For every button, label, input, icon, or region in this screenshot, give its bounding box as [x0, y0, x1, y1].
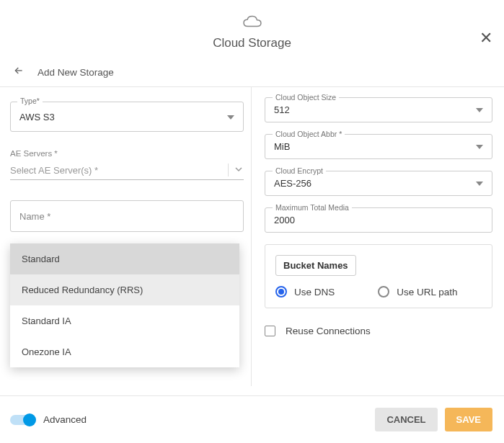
servers-label: AE Servers * — [10, 149, 244, 158]
encrypt-label: Cloud Encrypt — [273, 166, 326, 175]
save-button[interactable]: SAVE — [445, 408, 492, 431]
back-arrow-icon[interactable] — [13, 65, 25, 79]
chevron-down-icon — [476, 145, 483, 149]
close-icon[interactable]: ✕ — [479, 30, 492, 46]
checkbox-label: Reuse Connections — [286, 326, 371, 336]
name-placeholder: Name * — [19, 211, 50, 222]
chevron-down-icon — [228, 164, 244, 176]
dropdown-option[interactable]: Standard IA — [10, 305, 239, 336]
type-label: Type* — [17, 97, 43, 105]
reuse-connections-checkbox[interactable]: Reuse Connections — [265, 326, 492, 336]
object-abbr-select[interactable]: Cloud Object Abbr * MiB — [265, 134, 492, 159]
object-size-value: 512 — [274, 104, 290, 115]
radio-use-dns[interactable]: Use DNS — [275, 286, 335, 297]
bucket-names-group: Bucket Names Use DNS Use URL path — [265, 244, 492, 308]
max-media-label: Maximum Total Media — [273, 203, 352, 212]
advanced-toggle[interactable] — [10, 415, 35, 425]
dropdown-option[interactable]: Standard — [10, 243, 239, 274]
chevron-down-icon — [227, 115, 234, 120]
object-abbr-value: MiB — [274, 141, 290, 152]
object-size-label: Cloud Object Size — [273, 93, 339, 102]
name-input[interactable]: Name * — [10, 200, 244, 232]
radio-use-url[interactable]: Use URL path — [378, 286, 457, 297]
type-value: AWS S3 — [19, 112, 227, 122]
chevron-down-icon — [476, 182, 483, 186]
dropdown-option[interactable]: Reduced Redundancy (RRS) — [10, 274, 239, 305]
bucket-names-title: Bucket Names — [275, 255, 356, 276]
radio-icon — [378, 286, 389, 297]
object-abbr-label: Cloud Object Abbr * — [273, 130, 345, 138]
cloud-icon — [243, 14, 262, 29]
advanced-label: Advanced — [43, 414, 87, 425]
chevron-down-icon — [476, 108, 483, 112]
dialog-title: Cloud Storage — [0, 36, 504, 50]
max-media-input[interactable]: Maximum Total Media 2000 — [265, 207, 492, 233]
breadcrumb: Add New Storage — [0, 50, 504, 87]
servers-placeholder: Select AE Server(s) * — [10, 165, 228, 176]
toggle-knob — [23, 413, 36, 426]
radio-label: Use DNS — [294, 287, 335, 297]
max-media-value: 2000 — [274, 215, 295, 225]
breadcrumb-text: Add New Storage — [37, 67, 114, 78]
servers-select[interactable]: Select AE Server(s) * — [10, 161, 244, 180]
checkbox-icon — [265, 326, 275, 336]
object-size-select[interactable]: Cloud Object Size 512 — [265, 97, 492, 122]
type-select[interactable]: AWS S3 — [10, 102, 244, 132]
radio-icon — [275, 286, 287, 297]
radio-label: Use URL path — [397, 287, 457, 297]
cancel-button[interactable]: CANCEL — [375, 408, 437, 431]
encrypt-value: AES-256 — [274, 178, 311, 189]
storage-class-dropdown: StandardReduced Redundancy (RRS)Standard… — [10, 243, 239, 367]
dropdown-option[interactable]: Onezone IA — [10, 336, 239, 367]
encrypt-select[interactable]: Cloud Encrypt AES-256 — [265, 171, 492, 196]
